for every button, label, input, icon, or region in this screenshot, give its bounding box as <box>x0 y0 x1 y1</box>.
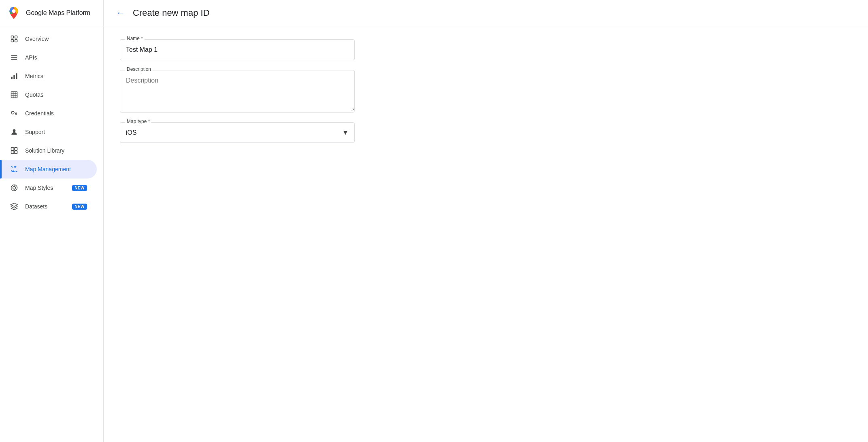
sidebar-nav: Overview APIs Metrics <box>0 26 103 442</box>
name-label: Name * <box>125 36 145 41</box>
name-input[interactable] <box>120 40 354 60</box>
sidebar-item-support[interactable]: Support <box>0 123 97 141</box>
sidebar-header: Google Maps Platform <box>0 0 103 26</box>
svg-marker-26 <box>11 203 18 206</box>
sidebar: Google Maps Platform Overview <box>0 0 104 442</box>
google-maps-logo <box>6 6 21 20</box>
credentials-icon <box>10 109 19 118</box>
form-body: Name * Description Map type * JavaScript… <box>104 26 468 166</box>
map-type-select[interactable]: JavaScript Android iOS <box>120 123 354 142</box>
page-title: Create new map ID <box>133 8 210 18</box>
name-field-group: Name * <box>120 39 452 60</box>
quotas-icon <box>10 90 19 99</box>
sidebar-item-map-management-label: Map Management <box>25 166 87 172</box>
sidebar-item-map-management[interactable]: Map Management <box>0 160 97 178</box>
sidebar-item-metrics[interactable]: Metrics <box>0 67 97 85</box>
svg-rect-20 <box>11 151 14 154</box>
svg-rect-1 <box>11 36 14 38</box>
sidebar-item-solution-library[interactable]: Solution Library <box>0 141 97 160</box>
sidebar-item-quotas-label: Quotas <box>25 91 87 98</box>
description-label: Description <box>125 66 153 72</box>
sidebar-item-overview-label: Overview <box>25 36 87 42</box>
sidebar-item-overview[interactable]: Overview <box>0 30 97 48</box>
svg-rect-3 <box>11 40 14 42</box>
svg-point-17 <box>13 129 16 132</box>
svg-rect-19 <box>15 148 17 151</box>
svg-point-23 <box>13 187 16 189</box>
sidebar-item-datasets-label: Datasets <box>25 203 69 210</box>
app-title: Google Maps Platform <box>26 9 90 17</box>
sidebar-item-datasets[interactable]: Datasets NEW <box>0 197 97 216</box>
datasets-icon <box>10 202 19 211</box>
map-type-field-group: Map type * JavaScript Android iOS ▼ <box>120 122 452 143</box>
sidebar-item-metrics-label: Metrics <box>25 73 87 79</box>
back-arrow-icon: ← <box>116 8 125 18</box>
sidebar-item-support-label: Support <box>25 129 87 135</box>
svg-rect-18 <box>11 148 14 151</box>
support-icon <box>10 128 19 136</box>
sidebar-item-quotas[interactable]: Quotas <box>0 85 97 104</box>
sidebar-item-credentials-label: Credentials <box>25 110 87 117</box>
svg-rect-10 <box>16 73 17 79</box>
metrics-icon <box>10 72 19 81</box>
svg-rect-7 <box>11 59 17 60</box>
sidebar-item-apis[interactable]: APIs <box>0 48 97 67</box>
description-textarea[interactable] <box>120 70 354 111</box>
svg-rect-21 <box>15 151 17 154</box>
map-type-wrapper: Map type * JavaScript Android iOS ▼ <box>120 122 355 143</box>
svg-point-0 <box>12 9 16 13</box>
svg-rect-8 <box>11 77 13 79</box>
main-content: ← Create new map ID Name * Description M… <box>104 0 868 442</box>
sidebar-item-credentials[interactable]: Credentials <box>0 104 97 123</box>
sidebar-item-apis-label: APIs <box>25 54 87 61</box>
description-field-wrapper: Description <box>120 70 355 113</box>
back-button[interactable]: ← <box>113 6 128 20</box>
svg-point-16 <box>11 111 14 114</box>
map-styles-icon <box>10 183 19 192</box>
sidebar-item-map-styles[interactable]: Map Styles NEW <box>0 178 97 197</box>
svg-rect-9 <box>13 75 15 79</box>
svg-rect-5 <box>11 55 17 56</box>
sidebar-item-solution-library-label: Solution Library <box>25 147 87 154</box>
name-field-wrapper: Name * <box>120 39 355 60</box>
main-header: ← Create new map ID <box>104 0 868 26</box>
solution-library-icon <box>10 146 19 155</box>
description-field-group: Description <box>120 70 452 113</box>
svg-rect-11 <box>11 92 17 98</box>
svg-rect-4 <box>15 40 17 42</box>
map-management-icon <box>10 165 19 174</box>
apis-icon <box>10 53 19 62</box>
datasets-new-badge: NEW <box>72 204 87 210</box>
sidebar-item-map-styles-label: Map Styles <box>25 185 69 191</box>
svg-rect-6 <box>11 57 17 58</box>
map-styles-new-badge: NEW <box>72 185 87 191</box>
map-type-label: Map type * <box>125 119 151 124</box>
svg-rect-2 <box>15 36 17 38</box>
overview-icon <box>10 34 19 43</box>
